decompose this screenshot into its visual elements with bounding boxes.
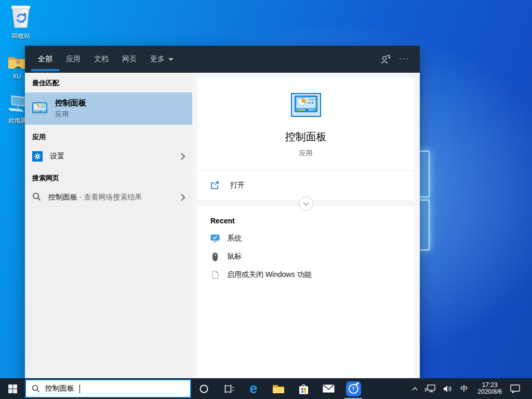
clock[interactable]: 17:23 2020/8/6 <box>473 382 507 395</box>
tab-all[interactable]: 全部 <box>31 46 59 73</box>
show-desktop-strip[interactable] <box>524 378 532 399</box>
clock-date: 2020/8/6 <box>477 389 502 395</box>
control-panel-icon <box>32 102 47 115</box>
result-subtitle: 应用 <box>55 110 86 119</box>
user-folder-icon <box>8 55 25 71</box>
mouse-icon <box>210 252 220 261</box>
desktop-icon-label: XU <box>12 73 21 80</box>
file-explorer-button[interactable] <box>266 378 291 399</box>
edge-icon: e <box>249 382 257 396</box>
mail-button[interactable] <box>316 378 341 399</box>
recent-item-system[interactable]: 系统 <box>210 234 401 243</box>
desktop-icon-recycle-bin[interactable]: 回收站 <box>1 4 41 41</box>
recent-item-mouse[interactable]: 鼠标 <box>210 252 401 261</box>
system-monitor-icon <box>210 234 220 243</box>
user-icon <box>380 55 391 64</box>
wallpaper-window-pane <box>418 151 430 197</box>
ime-indicator[interactable]: 中 <box>456 378 473 399</box>
tray-overflow-button[interactable] <box>408 378 421 399</box>
edge-button[interactable]: e <box>241 378 266 399</box>
search-results-list: 最佳匹配 <box>25 73 192 378</box>
tab-documents-label: 文档 <box>94 55 109 64</box>
settings-label: 设置 <box>50 152 64 161</box>
web-section-header: 搜索网页 <box>25 166 192 188</box>
recent-header: Recent <box>210 217 401 225</box>
web-suffix: - 查看网络搜索结果 <box>77 193 142 202</box>
store-button[interactable] <box>291 378 316 399</box>
apps-section-header: 应用 <box>25 125 192 147</box>
options-button[interactable]: ··· <box>395 44 414 74</box>
cortana-icon <box>200 384 208 393</box>
speaker-icon <box>443 385 452 393</box>
taskbar: 控制面板 e <box>0 378 532 399</box>
wallpaper-window-pane <box>418 200 430 250</box>
tab-web[interactable]: 网页 <box>115 46 143 73</box>
tab-all-label: 全部 <box>38 55 52 64</box>
tab-more-label: 更多 <box>150 55 165 64</box>
chevron-up-icon <box>412 387 418 391</box>
preview-card: 控制面板 应用 打开 <box>197 78 414 200</box>
ethernet-network-icon <box>425 384 436 393</box>
tab-web-label: 网页 <box>122 55 137 64</box>
tab-apps-label: 应用 <box>66 55 81 64</box>
result-title: 控制面板 <box>55 98 86 108</box>
recent-item-label: 启用或关闭 Windows 功能 <box>227 270 312 280</box>
search-input-value: 控制面板 <box>45 384 74 393</box>
open-label: 打开 <box>230 181 245 190</box>
chevron-right-icon[interactable] <box>181 194 185 201</box>
mail-icon <box>323 384 335 393</box>
preview-app-icon-box <box>291 93 321 117</box>
file-explorer-icon <box>272 384 285 394</box>
result-web-search[interactable]: 控制面板 - 查看网络搜索结果 <box>25 188 192 207</box>
control-panel-icon <box>295 96 317 114</box>
action-center-button[interactable] <box>507 378 524 399</box>
drvceo-icon: T <box>346 381 361 396</box>
web-query: 控制面板 <box>48 193 77 202</box>
notification-icon <box>510 384 520 393</box>
open-icon <box>210 181 219 190</box>
desktop-icon-label: 此电脑 <box>8 116 27 125</box>
recent-section: Recent 系统 <box>197 206 414 377</box>
store-icon <box>298 383 309 395</box>
network-button[interactable] <box>421 378 440 399</box>
best-match-header: 最佳匹配 <box>25 73 192 92</box>
tab-more[interactable]: 更多 <box>143 46 180 73</box>
settings-gear-icon <box>32 151 43 162</box>
tab-apps[interactable]: 应用 <box>59 46 87 73</box>
recent-item-label: 系统 <box>227 234 242 243</box>
volume-button[interactable] <box>440 378 456 399</box>
preview-subtitle: 应用 <box>299 149 313 158</box>
expand-preview-button[interactable] <box>299 196 313 211</box>
result-best-match-control-panel[interactable]: 控制面板 应用 <box>25 92 192 125</box>
recent-item-label: 鼠标 <box>227 252 242 261</box>
account-button[interactable] <box>376 46 395 73</box>
chevron-down-icon <box>168 58 174 61</box>
result-settings[interactable]: 设置 <box>25 147 192 166</box>
taskbar-search-box[interactable]: 控制面板 <box>25 379 191 398</box>
windows-logo-icon <box>8 384 17 393</box>
preview-title: 控制面板 <box>285 130 327 144</box>
text-caret <box>79 384 80 393</box>
drvceo-app-button[interactable]: T <box>341 378 366 399</box>
result-preview-pane: 控制面板 应用 打开 <box>192 73 420 378</box>
recent-item-windows-features[interactable]: 启用或关闭 Windows 功能 <box>210 270 401 280</box>
search-icon <box>32 384 40 393</box>
search-filter-tabs: 全部 应用 文档 网页 更多 ··· <box>25 46 420 73</box>
task-view-icon <box>224 384 234 393</box>
recycle-bin-icon <box>10 4 32 30</box>
task-view-button[interactable] <box>216 378 241 399</box>
search-icon <box>32 192 41 203</box>
chevron-down-icon <box>303 202 309 206</box>
cortana-button[interactable] <box>191 378 216 399</box>
desktop-icon-label: 回收站 <box>11 32 30 41</box>
windows-search-flyout: 全部 应用 文档 网页 更多 ··· 最佳匹配 <box>25 46 420 378</box>
document-icon <box>210 271 220 279</box>
ellipsis-icon: ··· <box>399 54 410 62</box>
start-button[interactable] <box>0 378 25 399</box>
open-action[interactable]: 打开 <box>197 171 414 200</box>
tab-documents[interactable]: 文档 <box>87 46 115 73</box>
system-tray: 中 17:23 2020/8/6 <box>408 378 532 399</box>
chevron-right-icon[interactable] <box>181 153 185 160</box>
